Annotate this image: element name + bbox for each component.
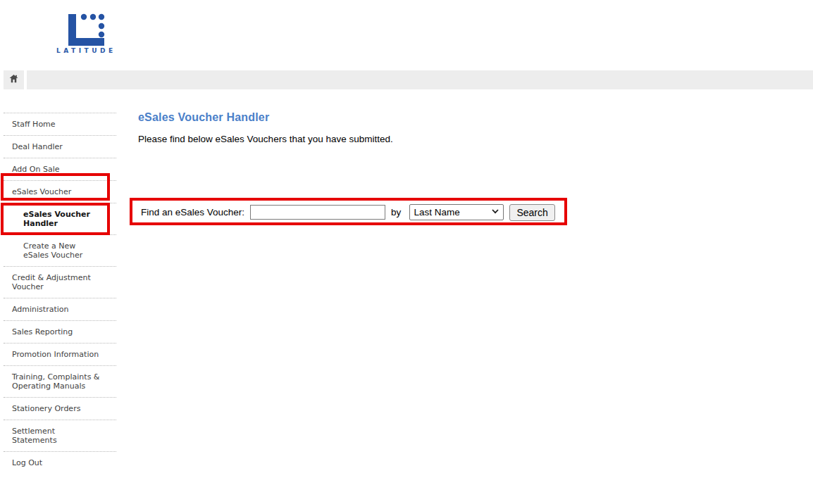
- intro-text: Please find below eSales Vouchers that y…: [138, 134, 393, 144]
- selected-option-label: Last Name: [414, 207, 459, 218]
- search-field-select[interactable]: Last Name: [409, 204, 504, 220]
- chevron-down-icon: [491, 207, 499, 218]
- sidebar-item-esales-voucher[interactable]: eSales Voucher: [4, 181, 116, 203]
- sidebar-item-sales-reporting[interactable]: Sales Reporting: [4, 321, 116, 344]
- sidebar-item-esales-voucher-handler[interactable]: eSales Voucher Handler: [4, 203, 116, 235]
- home-icon: [8, 73, 19, 87]
- sidebar-item-credit-adjustment-voucher[interactable]: Credit & Adjustment Voucher: [4, 267, 116, 298]
- brand-name: LATITUDE: [56, 47, 116, 54]
- by-label: by: [391, 207, 401, 218]
- search-button[interactable]: Search: [509, 204, 554, 221]
- page: { "brand": { "name": "LATITUDE" }, "topb…: [0, 0, 813, 504]
- sidebar-item-stationery-orders[interactable]: Stationery Orders: [4, 398, 116, 420]
- sidebar-item-settlement-statements[interactable]: Settlement Statements: [4, 420, 116, 452]
- sidebar-item-staff-home[interactable]: Staff Home: [4, 113, 116, 136]
- sidebar-item-log-out[interactable]: Log Out: [4, 452, 116, 474]
- sidebar-item-training-complaints-operating-manuals[interactable]: Training, Complaints & Operating Manuals: [4, 366, 116, 398]
- sidebar-item-promotion-information[interactable]: Promotion Information: [4, 344, 116, 366]
- sidebar-item-add-on-sale[interactable]: Add On Sale: [4, 158, 116, 181]
- sidebar-item-administration[interactable]: Administration: [4, 298, 116, 321]
- sidebar-item-create-a-new-esales-voucher[interactable]: Create a New eSales Voucher: [4, 235, 116, 267]
- breadcrumb-bar: [27, 70, 813, 89]
- page-title: eSales Voucher Handler: [138, 111, 269, 124]
- latitude-logo-icon: [67, 36, 111, 48]
- home-button[interactable]: [4, 70, 24, 89]
- search-label: Find an eSales Voucher:: [141, 207, 244, 218]
- search-input[interactable]: [250, 205, 385, 220]
- sidebar-item-deal-handler[interactable]: Deal Handler: [4, 136, 116, 158]
- latitude-logo[interactable]: [67, 9, 111, 46]
- sidebar-nav: Staff HomeDeal HandlerAdd On SaleeSales …: [4, 113, 116, 474]
- search-form: Find an eSales Voucher: by Last Name Sea…: [141, 203, 555, 222]
